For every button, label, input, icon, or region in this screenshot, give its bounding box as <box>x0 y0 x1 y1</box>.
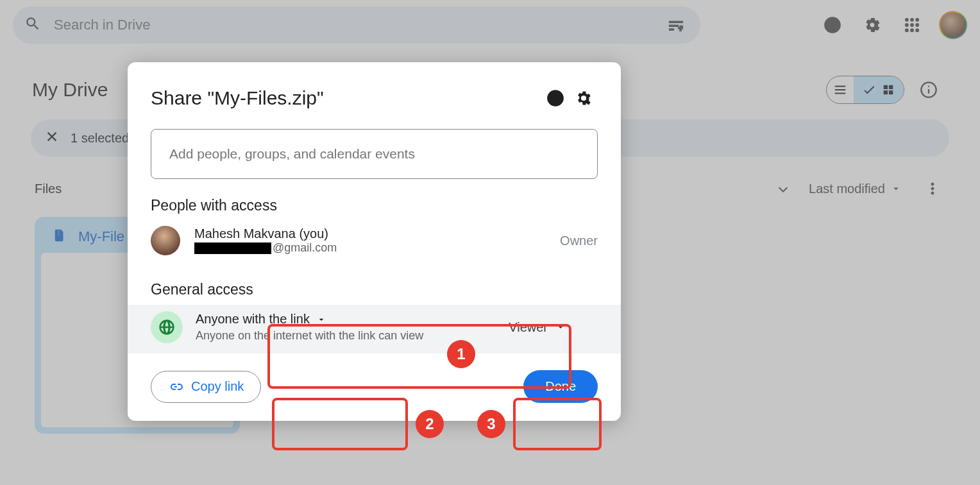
person-avatar <box>151 226 180 255</box>
general-access-mode: Anyone with the link <box>196 312 310 327</box>
general-access-block: Anyone with the link Anyone on the inter… <box>128 305 621 353</box>
search-input[interactable] <box>54 17 650 33</box>
role-dropdown[interactable]: Viewer <box>509 320 598 335</box>
view-toggle[interactable] <box>826 76 904 104</box>
settings-icon[interactable] <box>859 12 885 38</box>
people-with-access-heading: People with access <box>151 197 598 214</box>
grid-view-button[interactable] <box>854 76 904 103</box>
general-access-heading: General access <box>151 281 598 298</box>
svg-point-18 <box>555 101 556 103</box>
person-email: @gmail.com <box>194 241 546 255</box>
globe-icon <box>151 311 183 343</box>
info-icon[interactable] <box>916 77 942 103</box>
svg-point-5 <box>906 24 909 27</box>
svg-point-1 <box>832 28 833 30</box>
zip-file-icon <box>53 228 67 245</box>
share-dialog: Share "My-Files.zip" People with access … <box>128 62 621 421</box>
search-icon <box>24 15 41 35</box>
person-role: Owner <box>560 234 598 248</box>
dialog-settings-icon[interactable] <box>570 84 598 112</box>
email-domain: @gmail.com <box>273 241 337 255</box>
svg-point-2 <box>906 19 909 22</box>
sort-by-label: Last modified <box>809 182 885 196</box>
general-access-dropdown[interactable]: Anyone with the link <box>196 312 423 327</box>
clear-selection-button[interactable] <box>45 130 59 146</box>
top-right-actions <box>820 11 967 39</box>
files-section-label: Files <box>35 182 62 196</box>
done-button[interactable]: Done <box>523 370 598 403</box>
chevron-down-icon <box>555 322 566 332</box>
file-name: My-File <box>78 228 124 245</box>
account-avatar[interactable] <box>939 11 967 39</box>
copy-link-button[interactable]: Copy link <box>151 371 261 403</box>
dialog-title: Share "My-Files.zip" <box>151 87 541 109</box>
chevron-down-icon <box>316 314 326 325</box>
person-name: Mahesh Makvana (you) <box>194 226 546 241</box>
svg-point-4 <box>916 19 919 22</box>
svg-point-6 <box>911 24 914 27</box>
role-label: Viewer <box>509 320 548 335</box>
page-title: My Drive <box>32 79 108 101</box>
svg-point-7 <box>916 24 919 27</box>
list-view-button[interactable] <box>827 76 854 103</box>
copy-link-label: Copy link <box>191 379 244 394</box>
redacted-email-prefix <box>194 242 271 254</box>
svg-point-3 <box>911 19 914 22</box>
search-options-icon[interactable] <box>663 12 689 38</box>
sort-direction-icon[interactable] <box>775 180 791 198</box>
top-bar <box>0 0 980 53</box>
selection-count: 1 selected <box>71 131 129 146</box>
apps-icon[interactable] <box>899 12 925 38</box>
svg-point-14 <box>931 183 934 185</box>
help-icon[interactable] <box>820 12 845 38</box>
sort-by-dropdown[interactable]: Last modified <box>809 182 902 196</box>
svg-point-10 <box>916 29 919 32</box>
svg-point-9 <box>911 29 914 32</box>
more-options-icon[interactable] <box>920 176 945 201</box>
svg-point-16 <box>931 192 934 194</box>
svg-point-15 <box>931 187 934 190</box>
general-access-description: Anyone on the internet with the link can… <box>196 329 423 343</box>
add-people-field[interactable] <box>151 129 598 179</box>
svg-point-8 <box>906 29 909 32</box>
person-row: Mahesh Makvana (you) @gmail.com Owner <box>151 226 598 255</box>
add-people-input[interactable] <box>169 146 579 162</box>
search-bar[interactable] <box>13 6 700 44</box>
svg-point-13 <box>928 86 929 87</box>
dialog-help-icon[interactable] <box>541 84 570 112</box>
